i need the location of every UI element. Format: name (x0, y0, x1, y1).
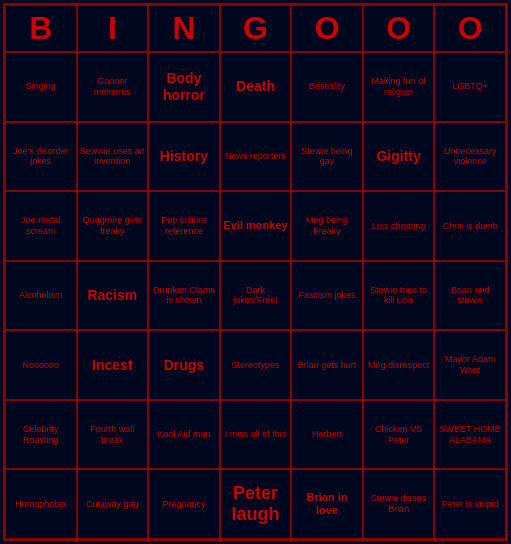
grid-cell-2-3[interactable]: Evil monkey (220, 191, 292, 261)
grid-cell-1-1[interactable]: Sewwie uses an invention (77, 122, 149, 192)
grid-cell-5-0[interactable]: Celebrity Roasting (5, 400, 77, 470)
grid-cell-1-0[interactable]: Joe's disorder jokes (5, 122, 77, 192)
grid-cell-3-4[interactable]: Fascism jokes (291, 261, 363, 331)
grid-cell-0-1[interactable]: Gooner moments (77, 52, 149, 122)
grid-cell-4-2[interactable]: Drugs (148, 330, 220, 400)
grid-cell-1-2[interactable]: History (148, 122, 220, 192)
header-letter-o: O (291, 5, 363, 52)
grid-cell-0-4[interactable]: Bestiality (291, 52, 363, 122)
grid-cell-5-1[interactable]: Fourth wall break (77, 400, 149, 470)
grid-cell-4-3[interactable]: Stereotypes (220, 330, 292, 400)
grid-cell-4-6[interactable]: Mayor Adam West (434, 330, 506, 400)
grid-cell-2-0[interactable]: Joe metal scream (5, 191, 77, 261)
grid-cell-5-6[interactable]: SWEET HOME ALABAMA (434, 400, 506, 470)
grid-cell-0-2[interactable]: Body horror (148, 52, 220, 122)
grid-cell-3-2[interactable]: Drunken Clams is shown (148, 261, 220, 331)
grid-cell-5-5[interactable]: Chicken VS Peter (363, 400, 435, 470)
header-letter-n: N (148, 5, 220, 52)
grid-cell-2-5[interactable]: Lois cheating (363, 191, 435, 261)
grid-cell-6-4[interactable]: Brian in love (291, 469, 363, 539)
grid-cell-3-3[interactable]: Dark jokes/Free! (220, 261, 292, 331)
grid-cell-5-2[interactable]: Kool Aid man (148, 400, 220, 470)
grid-cell-6-5[interactable]: Stewie disses Brian (363, 469, 435, 539)
grid-cell-6-1[interactable]: Cutaway gag (77, 469, 149, 539)
grid-cell-1-5[interactable]: Gigitty (363, 122, 435, 192)
bingo-card: BINGOOO SingingGooner momentsBody horror… (3, 3, 508, 541)
grid-cell-6-3[interactable]: Peter laugh (220, 469, 292, 539)
grid-cell-2-2[interactable]: Pop culture reference (148, 191, 220, 261)
grid-cell-4-4[interactable]: Brian gets hurt (291, 330, 363, 400)
grid-cell-4-5[interactable]: Meg disrespect (363, 330, 435, 400)
grid-cell-6-0[interactable]: Homophobia (5, 469, 77, 539)
grid-cell-3-6[interactable]: Brian and stewie (434, 261, 506, 331)
bingo-header: BINGOOO (5, 5, 506, 52)
grid-cell-6-6[interactable]: Peter is stupid (434, 469, 506, 539)
grid-cell-5-4[interactable]: Herbert (291, 400, 363, 470)
grid-cell-0-6[interactable]: LGBTQ+ (434, 52, 506, 122)
header-letter-o: O (434, 5, 506, 52)
header-letter-b: B (5, 5, 77, 52)
grid-cell-0-3[interactable]: Death (220, 52, 292, 122)
header-letter-o: O (363, 5, 435, 52)
header-letter-i: I (77, 5, 149, 52)
grid-cell-2-1[interactable]: Quagmire gets freaky (77, 191, 149, 261)
grid-cell-2-4[interactable]: Meg being Freaky (291, 191, 363, 261)
grid-cell-3-5[interactable]: Stewie tries to kill Lois (363, 261, 435, 331)
grid-cell-4-1[interactable]: Incest (77, 330, 149, 400)
header-letter-g: G (220, 5, 292, 52)
grid-cell-0-5[interactable]: Making fun of religion (363, 52, 435, 122)
grid-cell-3-1[interactable]: Racism (77, 261, 149, 331)
bingo-grid: SingingGooner momentsBody horrorDeathBes… (5, 52, 506, 539)
grid-cell-6-2[interactable]: Pregnancy (148, 469, 220, 539)
grid-cell-4-0[interactable]: Noooooo (5, 330, 77, 400)
grid-cell-5-3[interactable]: I miss all of this (220, 400, 292, 470)
grid-cell-1-4[interactable]: Stewie being gay (291, 122, 363, 192)
grid-cell-3-0[interactable]: Alcoholism (5, 261, 77, 331)
grid-cell-1-3[interactable]: News reporters (220, 122, 292, 192)
grid-cell-0-0[interactable]: Singing (5, 52, 77, 122)
grid-cell-2-6[interactable]: Chris is dumb (434, 191, 506, 261)
grid-cell-1-6[interactable]: Unnecessary violence (434, 122, 506, 192)
